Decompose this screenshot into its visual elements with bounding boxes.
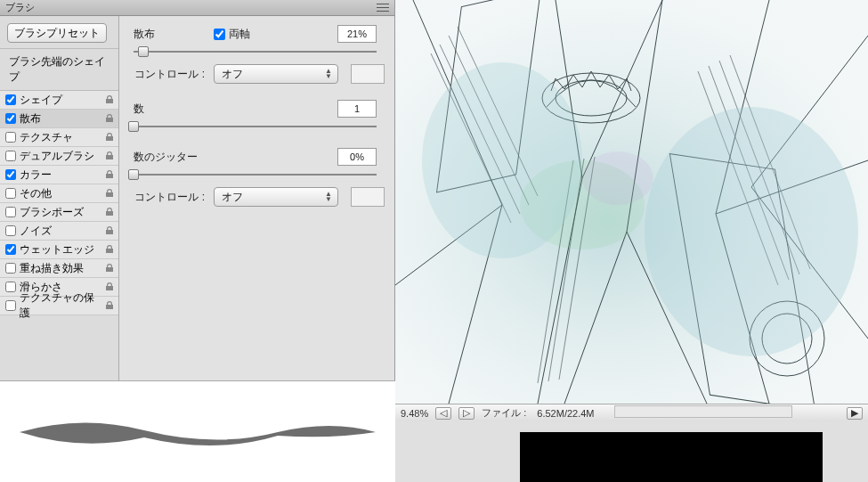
lock-icon[interactable] <box>104 132 115 143</box>
brush-panel: ブラシ ブラシプリセット ブラシ先端のシェイプ シェイプ散布テクスチャデュアルブ… <box>0 0 395 482</box>
updown-icon: ▲▼ <box>325 192 332 202</box>
brush-preset-button[interactable]: ブラシプリセット <box>7 23 107 43</box>
scroll-right-icon[interactable]: ▶ <box>847 407 863 420</box>
option-8[interactable]: ウェットエッジ <box>0 241 118 259</box>
status-icon-left[interactable]: ◁ <box>435 407 451 420</box>
lock-icon[interactable] <box>104 207 115 217</box>
lock-icon[interactable] <box>104 225 115 236</box>
option-0[interactable]: シェイプ <box>0 91 118 110</box>
lock-icon[interactable] <box>104 282 115 292</box>
brush-preview <box>0 380 395 482</box>
both-axes-checkbox[interactable]: 両軸 <box>214 27 294 42</box>
secondary-black-region <box>520 432 823 482</box>
lock-icon[interactable] <box>104 151 115 161</box>
option-checkbox[interactable] <box>5 263 16 274</box>
control2-label: コントロール : <box>134 190 205 205</box>
option-checkbox[interactable] <box>5 169 16 180</box>
control2-select[interactable]: オフ ▲▼ <box>214 187 338 207</box>
svg-point-9 <box>582 151 653 205</box>
lock-icon[interactable] <box>104 263 115 274</box>
option-9[interactable]: 重ね描き効果 <box>0 259 118 278</box>
svg-point-10 <box>645 107 858 356</box>
file-label: ファイル : <box>482 406 526 420</box>
option-checkbox[interactable] <box>5 282 16 292</box>
jitter-value[interactable]: 0% <box>337 148 377 166</box>
option-label: その他 <box>20 186 104 201</box>
option-checkbox[interactable] <box>5 151 16 161</box>
option-checkbox[interactable] <box>5 300 16 311</box>
panel-title: ブラシ <box>5 1 35 14</box>
count-value[interactable]: 1 <box>337 100 377 118</box>
lock-icon[interactable] <box>104 244 115 255</box>
scatter-label: 散布 <box>134 27 214 42</box>
horizontal-scrollbar[interactable] <box>614 405 792 418</box>
option-label: ノイズ <box>20 224 104 239</box>
lock-icon[interactable] <box>104 113 115 124</box>
secondary-area <box>395 421 868 482</box>
both-axes-label: 両軸 <box>229 27 250 42</box>
option-7[interactable]: ノイズ <box>0 222 118 241</box>
option-2[interactable]: テクスチャ <box>0 128 118 147</box>
file-size: 6.52M/22.4M <box>537 408 594 419</box>
option-checkbox[interactable] <box>5 207 16 217</box>
option-label: ウェットエッジ <box>20 242 104 257</box>
lock-icon[interactable] <box>104 94 115 105</box>
option-checkbox[interactable] <box>5 113 16 124</box>
option-label: カラー <box>20 167 104 183</box>
control1-extra <box>351 64 385 84</box>
panel-menu-icon[interactable] <box>377 2 389 12</box>
scatter-slider[interactable] <box>134 46 377 57</box>
lock-icon[interactable] <box>104 188 115 199</box>
both-axes-input[interactable] <box>214 29 225 40</box>
control1-label: コントロール : <box>134 67 205 82</box>
option-11[interactable]: テクスチャの保護 <box>0 297 118 315</box>
option-label: テクスチャの保護 <box>20 290 104 321</box>
count-label: 数 <box>134 102 214 117</box>
option-checkbox[interactable] <box>5 225 16 236</box>
panel-header: ブラシ <box>0 0 394 16</box>
zoom-level[interactable]: 9.48% <box>401 408 428 419</box>
option-label: 重ね描き効果 <box>20 261 104 276</box>
option-label: テクスチャ <box>20 130 104 145</box>
brush-tip-shape-title[interactable]: ブラシ先端のシェイプ <box>0 48 118 91</box>
option-5[interactable]: その他 <box>0 184 118 203</box>
option-label: 散布 <box>20 111 104 127</box>
control1-select[interactable]: オフ ▲▼ <box>214 64 338 84</box>
option-6[interactable]: ブラシポーズ <box>0 203 118 222</box>
status-icon-right[interactable]: ▷ <box>458 407 475 420</box>
svg-point-11 <box>422 62 582 258</box>
scatter-value[interactable]: 21% <box>337 25 377 43</box>
lock-icon[interactable] <box>104 169 115 180</box>
jitter-label: 数のジッター <box>134 150 214 165</box>
option-1[interactable]: 散布 <box>0 110 118 128</box>
option-3[interactable]: デュアルブラシ <box>0 147 118 166</box>
option-label: シェイプ <box>20 93 104 108</box>
option-checkbox[interactable] <box>5 132 16 143</box>
option-4[interactable]: カラー <box>0 166 118 184</box>
control2-extra <box>351 187 385 207</box>
document-canvas[interactable] <box>395 0 868 404</box>
option-checkbox[interactable] <box>5 94 16 105</box>
lock-icon[interactable] <box>104 300 115 311</box>
option-checkbox[interactable] <box>5 188 16 199</box>
jitter-slider[interactable] <box>134 169 377 180</box>
option-checkbox[interactable] <box>5 244 16 255</box>
updown-icon: ▲▼ <box>325 69 332 79</box>
count-slider[interactable] <box>134 121 377 132</box>
option-label: ブラシポーズ <box>20 205 104 220</box>
option-label: デュアルブラシ <box>20 149 104 164</box>
